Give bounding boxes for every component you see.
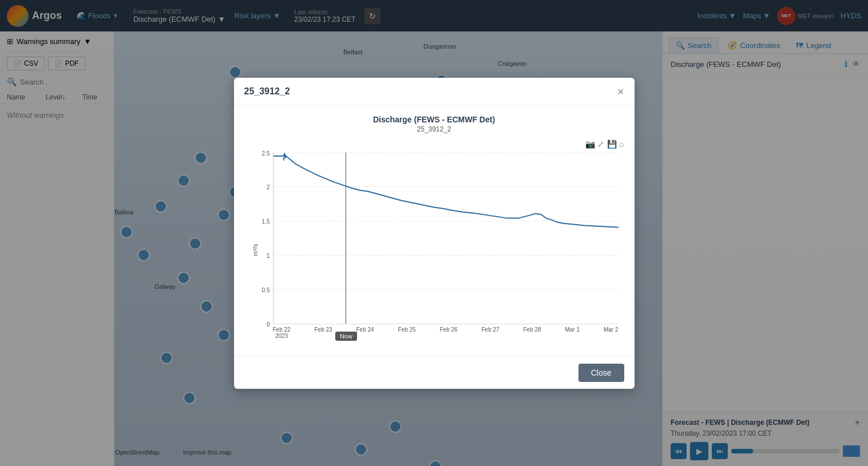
x-label-feb28: Feb 28 (524, 326, 541, 339)
x-axis: Feb 222023 Feb 23 Feb 24 Feb 25 Feb 26 F… (273, 326, 619, 339)
now-marker: Now (335, 332, 357, 341)
x-label-feb27: Feb 27 (482, 326, 500, 339)
chart-area: 2.5 2 1.5 1 0.5 0 (273, 153, 619, 324)
chart-subtitle: 25_3912_2 (244, 125, 624, 133)
chart-title: Discharge (FEWS - ECMWF Det) (244, 115, 624, 124)
now-line (346, 153, 346, 324)
y-axis-label: m³/s (251, 244, 258, 256)
chart-download-button[interactable]: 💾 (607, 140, 617, 149)
chart-expand-button[interactable]: ⤢ (597, 140, 604, 149)
chart-camera-button[interactable]: 📷 (585, 140, 595, 149)
modal-header: 25_3912_2 × (234, 78, 635, 106)
modal-dialog: 25_3912_2 × Discharge (FEWS - ECMWF Det)… (234, 78, 635, 389)
modal-overlay[interactable]: 25_3912_2 × Discharge (FEWS - ECMWF Det)… (0, 0, 868, 466)
x-label-feb25: Feb 25 (398, 326, 416, 339)
chart-svg (274, 153, 619, 324)
chart-container: m³/s 2.5 2 1.5 1 0.5 0 (244, 153, 624, 347)
x-label-feb26: Feb 26 (440, 326, 458, 339)
x-label-feb22: Feb 222023 (273, 326, 291, 339)
x-label-mar2: Mar 2 (604, 326, 619, 339)
x-label-feb23: Feb 23 (315, 326, 332, 339)
x-label-mar1: Mar 1 (565, 326, 580, 339)
modal-body: Discharge (FEWS - ECMWF Det) 25_3912_2 📷… (234, 106, 635, 356)
modal-close-button[interactable]: × (617, 86, 624, 97)
close-button[interactable]: Close (578, 364, 624, 382)
modal-title: 25_3912_2 (244, 86, 290, 97)
chart-home-button[interactable]: ⌂ (619, 140, 624, 149)
x-label-feb24: Feb 24 (356, 326, 374, 339)
modal-footer: Close (234, 356, 635, 389)
